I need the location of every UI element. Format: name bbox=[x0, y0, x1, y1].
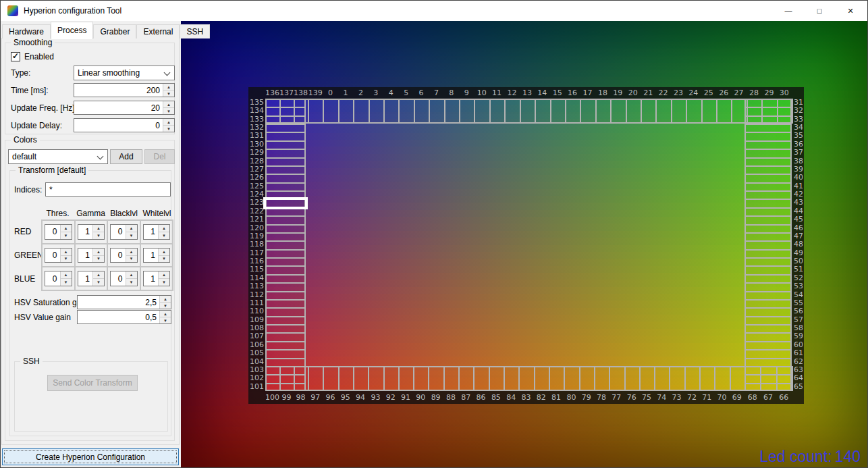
spin-value[interactable]: 0 bbox=[155, 119, 160, 132]
spin-value[interactable]: 1 bbox=[85, 225, 90, 239]
led-cell[interactable] bbox=[609, 366, 625, 391]
led-cell[interactable] bbox=[383, 366, 400, 391]
led-cell[interactable] bbox=[443, 366, 460, 391]
led-cell[interactable] bbox=[760, 366, 777, 391]
transform-value-spinner[interactable]: 0▲▼ bbox=[110, 248, 138, 263]
transform-value-spinner[interactable]: 1▲▼ bbox=[143, 271, 171, 286]
led-cell[interactable] bbox=[474, 99, 490, 124]
spin-down-button[interactable]: ▼ bbox=[126, 255, 137, 263]
spin-down-button[interactable]: ▼ bbox=[93, 255, 104, 263]
led-cell[interactable] bbox=[686, 99, 702, 124]
spin-down-button[interactable]: ▼ bbox=[126, 232, 137, 239]
spin-up-button[interactable]: ▲ bbox=[163, 101, 174, 107]
hsv-value-spinner[interactable]: 0,5▲▼ bbox=[77, 310, 171, 324]
transform-value-spinner[interactable]: 0▲▼ bbox=[45, 224, 72, 240]
led-cell[interactable] bbox=[610, 99, 626, 124]
minimize-button[interactable]: — bbox=[773, 1, 804, 21]
spin-value[interactable]: 0,5 bbox=[145, 311, 157, 323]
transform-value-spinner[interactable]: 0▲▼ bbox=[45, 248, 72, 263]
led-cell[interactable] bbox=[294, 99, 309, 124]
led-cell[interactable] bbox=[731, 99, 747, 124]
led-cell[interactable] bbox=[655, 99, 672, 124]
send-color-transform-button[interactable]: Send Color Transform bbox=[47, 375, 138, 391]
led-cell[interactable] bbox=[744, 366, 761, 391]
led-cell[interactable] bbox=[428, 366, 444, 391]
spin-up-button[interactable]: ▲ bbox=[126, 271, 137, 278]
spin-down-button[interactable]: ▼ bbox=[159, 255, 169, 263]
transform-value-spinner[interactable]: 1▲▼ bbox=[143, 224, 171, 240]
led-cell[interactable] bbox=[654, 366, 670, 391]
tab-process[interactable]: Process bbox=[51, 22, 93, 39]
spin-up-button[interactable]: ▲ bbox=[163, 119, 174, 125]
led-cell[interactable] bbox=[414, 99, 430, 124]
spin-value[interactable]: 0 bbox=[118, 249, 123, 263]
spin-up-button[interactable]: ▲ bbox=[159, 249, 169, 255]
led-cell[interactable] bbox=[489, 366, 505, 391]
led-cell[interactable] bbox=[579, 366, 595, 391]
spin-down-button[interactable]: ▼ bbox=[61, 232, 72, 239]
transform-value-spinner[interactable]: 0▲▼ bbox=[45, 271, 72, 286]
spin-up-button[interactable]: ▲ bbox=[160, 311, 171, 317]
led-cell[interactable] bbox=[518, 366, 535, 391]
led-cell[interactable] bbox=[353, 99, 369, 124]
led-cell[interactable] bbox=[669, 366, 685, 391]
tab-external[interactable]: External bbox=[136, 24, 180, 38]
led-cell[interactable] bbox=[550, 99, 566, 124]
spin-down-button[interactable]: ▼ bbox=[126, 278, 137, 286]
spin-up-button[interactable]: ▲ bbox=[126, 225, 137, 232]
led-cell[interactable] bbox=[624, 366, 641, 391]
led-cell[interactable] bbox=[368, 366, 384, 391]
spin-up-button[interactable]: ▲ bbox=[160, 296, 171, 302]
led-cell[interactable] bbox=[777, 99, 793, 124]
led-cell[interactable] bbox=[279, 99, 295, 124]
led-cell[interactable] bbox=[580, 99, 596, 124]
close-button[interactable]: ✕ bbox=[835, 1, 866, 21]
tab-ssh[interactable]: SSH bbox=[180, 24, 210, 38]
spin-value[interactable]: 0 bbox=[53, 271, 57, 286]
spin-down-button[interactable]: ▼ bbox=[160, 317, 171, 323]
led-cell[interactable] bbox=[338, 99, 354, 124]
led-cell[interactable] bbox=[504, 99, 520, 124]
transform-value-spinner[interactable]: 1▲▼ bbox=[78, 271, 105, 286]
led-cell[interactable] bbox=[398, 99, 414, 124]
tab-hardware[interactable]: Hardware bbox=[2, 24, 51, 38]
update-freq-spinner[interactable]: 20▲▼ bbox=[74, 101, 175, 115]
led-cell[interactable] bbox=[429, 99, 445, 124]
color-profile-select[interactable]: default bbox=[8, 149, 108, 164]
led-cell[interactable] bbox=[699, 366, 715, 391]
transform-value-spinner[interactable]: 1▲▼ bbox=[78, 224, 105, 240]
led-cell[interactable] bbox=[684, 366, 701, 391]
spin-up-button[interactable]: ▲ bbox=[93, 225, 104, 232]
spin-value[interactable]: 1 bbox=[85, 249, 90, 263]
led-cell[interactable] bbox=[534, 366, 550, 391]
led-cell[interactable] bbox=[308, 99, 324, 124]
led-cell[interactable] bbox=[294, 366, 309, 391]
spin-value[interactable]: 0 bbox=[118, 225, 123, 239]
led-cell[interactable] bbox=[594, 366, 610, 391]
led-cell[interactable] bbox=[369, 99, 385, 124]
led-cell[interactable] bbox=[308, 366, 324, 391]
spin-down-button[interactable]: ▼ bbox=[93, 232, 104, 239]
led-cell[interactable] bbox=[716, 99, 732, 124]
led-cell[interactable] bbox=[714, 366, 730, 391]
del-button[interactable]: Del bbox=[144, 149, 175, 164]
tab-grabber[interactable]: Grabber bbox=[93, 24, 136, 38]
led-cell[interactable] bbox=[459, 99, 475, 124]
led-cell[interactable] bbox=[761, 99, 778, 124]
led-cell[interactable] bbox=[323, 99, 339, 124]
add-button[interactable]: Add bbox=[110, 149, 142, 164]
led-cell[interactable] bbox=[639, 366, 655, 391]
spin-down-button[interactable]: ▼ bbox=[163, 107, 174, 114]
spin-up-button[interactable]: ▲ bbox=[163, 84, 174, 90]
spin-down-button[interactable]: ▼ bbox=[61, 255, 72, 263]
led-cell[interactable] bbox=[565, 99, 581, 124]
led-cell[interactable] bbox=[383, 99, 400, 124]
spin-down-button[interactable]: ▼ bbox=[159, 232, 169, 239]
led-cell[interactable] bbox=[444, 99, 460, 124]
led-cell[interactable] bbox=[520, 99, 536, 124]
indices-input[interactable]: * bbox=[45, 182, 171, 197]
create-configuration-button[interactable]: Create Hyperion Configuration bbox=[2, 448, 179, 465]
led-cell[interactable] bbox=[595, 99, 612, 124]
enabled-checkbox[interactable]: ✓ bbox=[11, 52, 20, 61]
spin-up-button[interactable]: ▲ bbox=[61, 249, 72, 255]
